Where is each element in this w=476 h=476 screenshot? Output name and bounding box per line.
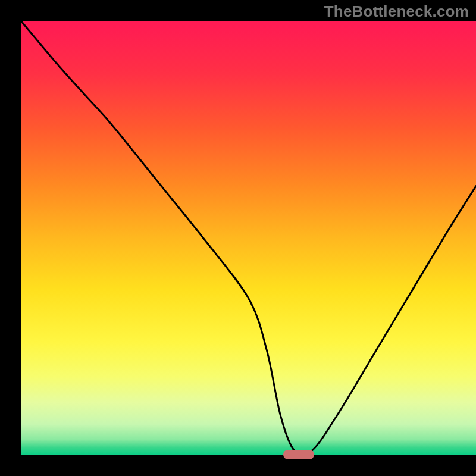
bottleneck-chart [0, 0, 476, 476]
chart-container: TheBottleneck.com [0, 0, 476, 476]
optimal-point-marker [283, 450, 314, 459]
plot-background [21, 21, 476, 455]
watermark-label: TheBottleneck.com [324, 2, 469, 21]
